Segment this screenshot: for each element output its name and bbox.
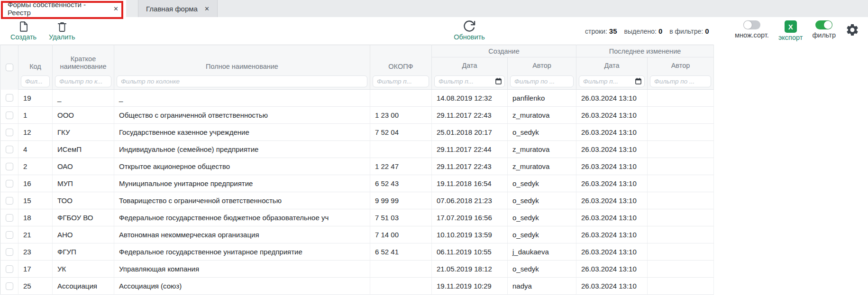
cell-modified-author <box>648 90 714 107</box>
row-checkbox[interactable] <box>6 146 13 153</box>
tab-label: Главная форма <box>146 5 198 13</box>
row-checkbox[interactable] <box>6 180 13 187</box>
gear-icon[interactable] <box>845 23 859 37</box>
cell-code: 4 <box>18 141 53 158</box>
cell-modified-author <box>648 124 714 141</box>
table-row[interactable]: 19 _ _ 14.08.2019 12:32 panfilenko 26.03… <box>0 90 714 107</box>
table-row[interactable]: 1 ООО Общество с ограниченной ответствен… <box>0 107 714 124</box>
row-checkbox[interactable] <box>6 129 13 136</box>
cell-creation-date: 29.11.2017 22:44 <box>432 141 508 158</box>
column-header-short-name[interactable]: Краткое наименование <box>53 45 114 74</box>
cell-creation-date: 10.10.2019 13:59 <box>432 226 508 243</box>
cell-short-name: УК <box>53 261 114 278</box>
calendar-icon[interactable] <box>495 78 502 85</box>
filter-label: фильтр <box>812 32 836 39</box>
tab-forms-registry[interactable]: Формы собственности - Реестр ✕ <box>0 0 126 17</box>
row-checkbox[interactable] <box>6 94 13 102</box>
toggle-off-switch-icon[interactable] <box>743 20 760 29</box>
cell-full-name: Общество с ограниченной ответственностью <box>114 107 370 124</box>
cell-creation-date: 17.07.2019 16:56 <box>432 209 508 226</box>
column-header-modified-author[interactable]: Автор <box>648 57 714 74</box>
select-all-checkbox[interactable] <box>6 64 13 71</box>
refresh-icon <box>463 19 476 33</box>
column-header-full-name[interactable]: Полное наименование <box>114 45 370 74</box>
table-row[interactable]: 12 ГКУ Государственное казенное учрежден… <box>0 124 714 141</box>
cell-full-name: Автономная некоммерческая организация <box>114 226 370 243</box>
filter-input-code[interactable] <box>21 75 50 87</box>
calendar-icon[interactable] <box>635 78 642 85</box>
cell-code: 16 <box>18 175 53 192</box>
row-checkbox[interactable] <box>6 248 13 256</box>
cell-modified-author <box>648 261 714 278</box>
cell-code: 18 <box>18 209 53 226</box>
tab-close-icon[interactable]: ✕ <box>113 6 119 12</box>
cell-creation-date: 19.11.2018 16:54 <box>432 175 508 192</box>
column-header-modified-date[interactable]: Дата <box>576 57 648 74</box>
delete-button[interactable]: Удалить <box>49 20 75 41</box>
cell-modified-date: 26.03.2024 13:10 <box>576 209 648 226</box>
table-row[interactable]: 16 МУП Муниципальное унитарное предприят… <box>0 175 714 192</box>
cell-code: 12 <box>18 124 53 141</box>
cell-creation-date: 21.05.2019 18:12 <box>432 261 508 278</box>
cell-full-name: Управляющая компания <box>114 261 370 278</box>
column-header-okopf[interactable]: ОКОПФ <box>370 45 432 74</box>
filter-toggle[interactable]: фильтр <box>812 20 836 39</box>
table-row[interactable]: 17 УК Управляющая компания 21.05.2019 18… <box>0 261 714 278</box>
group-header-creation: Создание <box>432 45 576 57</box>
cell-modified-date: 26.03.2024 13:10 <box>576 226 648 243</box>
create-button[interactable]: Создать <box>10 20 37 41</box>
multisort-label: множ.сорт. <box>735 32 769 39</box>
row-checkbox[interactable] <box>6 197 13 205</box>
row-checkbox[interactable] <box>6 282 13 290</box>
table-row[interactable]: 21 АНО Автономная некоммерческая организ… <box>0 226 714 243</box>
cell-short-name: ГКУ <box>53 124 114 141</box>
tab-close-icon[interactable]: ✕ <box>204 6 210 12</box>
cell-creation-author: j_daukaeva <box>508 243 576 261</box>
table-row[interactable]: 25 Ассоциация Ассоциация (союз) 19.11.20… <box>0 278 714 295</box>
column-header-creation-date[interactable]: Дата <box>432 57 508 74</box>
filter-input-okopf[interactable] <box>373 75 429 87</box>
cell-modified-date: 26.03.2024 13:10 <box>576 278 648 295</box>
cell-creation-author: nadya <box>508 278 576 295</box>
cell-full-name: Открытое акционерное общество <box>114 158 370 175</box>
multisort-toggle[interactable]: множ.сорт. <box>735 20 769 39</box>
row-checkbox[interactable] <box>6 214 13 222</box>
cell-full-name: Федеральное государственное унитарное пр… <box>114 243 370 261</box>
table-row[interactable]: 4 ИСемП Индивидуальное (семейное) предпр… <box>0 141 714 158</box>
refresh-button[interactable]: Обновить <box>449 19 489 41</box>
excel-icon: X <box>785 20 797 33</box>
column-header-code[interactable]: Код <box>18 45 53 74</box>
tab-bar: Формы собственности - Реестр ✕ Главная ф… <box>0 0 868 17</box>
table-row[interactable]: 23 ФГУП Федеральное государственное унит… <box>0 243 714 261</box>
cell-creation-date: 07.06.2018 21:23 <box>432 192 508 209</box>
toggle-on-switch-icon[interactable] <box>815 20 832 29</box>
row-checkbox[interactable] <box>6 112 13 119</box>
row-checkbox[interactable] <box>6 231 13 239</box>
row-checkbox[interactable] <box>6 163 13 170</box>
cell-code: 2 <box>18 158 53 175</box>
cell-creation-date: 25.01.2018 20:17 <box>432 124 508 141</box>
export-button[interactable]: X экспорт <box>778 20 803 41</box>
cell-modified-author <box>648 192 714 209</box>
filter-input-short-name[interactable] <box>55 75 111 87</box>
filter-input-full-name[interactable] <box>117 75 367 87</box>
tab-main-form[interactable]: Главная форма ✕ <box>138 0 218 17</box>
cell-modified-author <box>648 226 714 243</box>
refresh-button-label: Обновить <box>454 34 485 41</box>
table-row[interactable]: 2 ОАО Открытое акционерное общество 1 22… <box>0 158 714 175</box>
filter-input-creation-date[interactable] <box>434 75 505 87</box>
cell-full-name: Федеральное государственное бюджетное об… <box>114 209 370 226</box>
cell-creation-date: 29.11.2017 22:43 <box>432 158 508 175</box>
cell-creation-author: o_sedyk <box>508 226 576 243</box>
row-checkbox[interactable] <box>6 265 13 273</box>
cell-code: 19 <box>18 90 53 107</box>
filter-input-modified-author[interactable] <box>650 75 711 87</box>
column-header-creation-author[interactable]: Автор <box>508 57 576 74</box>
cell-creation-date: 29.11.2017 22:43 <box>432 107 508 124</box>
filter-input-creation-author[interactable] <box>510 75 574 87</box>
table-row[interactable]: 18 ФГБОУ ВО Федеральное государственное … <box>0 209 714 226</box>
table-row[interactable]: 15 ТОО Товарищество с ограниченной ответ… <box>0 192 714 209</box>
cell-short-name: Ассоциация <box>53 278 114 295</box>
row-counters: строки:35 выделено:0 в фильтре:0 <box>585 17 709 45</box>
cell-short-name: ТОО <box>53 192 114 209</box>
